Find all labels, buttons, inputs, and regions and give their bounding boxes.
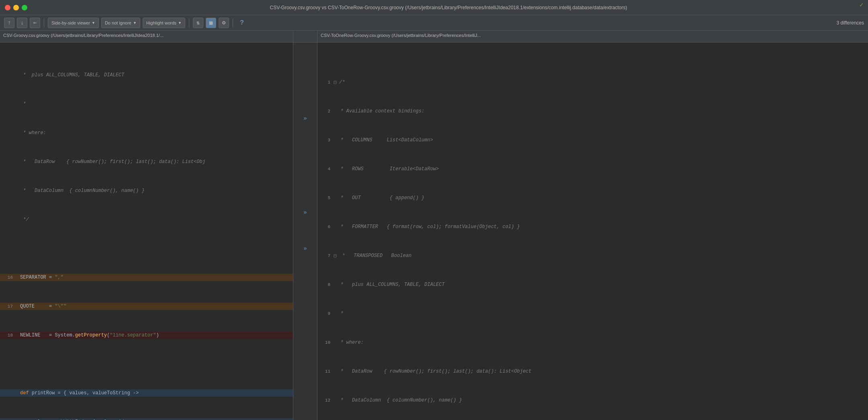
table-row: 10 * where: <box>317 339 868 346</box>
center-gutter: » » » <box>293 43 317 420</box>
diff-count: 3 differences <box>837 20 864 26</box>
separator-1 <box>44 18 44 27</box>
gutter-line <box>293 122 317 129</box>
gutter-line: » <box>293 209 317 216</box>
table-row: * DataRow { rowNumber(); first(); last()… <box>0 158 293 165</box>
gutter-line <box>293 173 317 180</box>
gutter-line <box>293 187 317 194</box>
chevron-down-icon: ▼ <box>92 21 95 25</box>
table-row: 5 * OUT { append() } <box>317 194 868 202</box>
table-row: * plus ALL_COLUMNS, TABLE, DIALECT <box>0 71 293 79</box>
gutter-line <box>293 238 317 245</box>
gutter-line <box>293 144 317 151</box>
gutter-line <box>293 180 317 187</box>
table-row: * DataColumn { columnNumber(), name() } <box>0 187 293 194</box>
table-row: def printRow = { values, valueToString -… <box>0 389 293 397</box>
table-row: 18 NEWLINE = System.getProperty("line.se… <box>0 332 293 339</box>
table-row: 4 * ROWS Iterable<DataRow> <box>317 165 868 173</box>
gutter-line <box>293 230 317 238</box>
help-button[interactable]: ? <box>237 18 247 28</box>
diff-container: CSV-Groovy.csv.groovy (/Users/jetbrains/… <box>0 31 868 420</box>
maximize-button[interactable] <box>22 5 27 10</box>
right-code: 1 ▾ /* 2 * Available context bindings: 3… <box>317 43 868 420</box>
viewer-mode-button[interactable]: Side-by-side viewer ▼ <box>48 18 99 28</box>
fold-icon[interactable]: ▾ <box>334 81 337 84</box>
ignore-button[interactable]: Do not ignore ▼ <box>101 18 140 28</box>
gutter-line <box>293 259 317 267</box>
left-code: * plus ALL_COLUMNS, TABLE, DIALECT * * w… <box>0 43 293 420</box>
gutter-line: » <box>293 115 317 122</box>
table-row: 11 * DataRow { rowNumber(); first(); las… <box>317 368 868 375</box>
file-headers: CSV-Groovy.csv.groovy (/Users/jetbrains/… <box>0 31 868 43</box>
table-row: */ <box>0 216 293 223</box>
viewer-mode-label: Side-by-side viewer <box>51 20 90 25</box>
gutter-line: » <box>293 245 317 252</box>
gutter-line <box>293 86 317 93</box>
gutter-line <box>293 93 317 100</box>
back-button[interactable]: ⇐ <box>30 18 40 28</box>
highlight-button[interactable]: Highlight words ▼ <box>143 18 185 28</box>
table-row: 17 QUOTE = "\"" <box>0 303 293 310</box>
settings-button[interactable]: ⚙ <box>219 18 229 28</box>
toolbar: ↑ ↓ ⇐ Side-by-side viewer ▼ Do not ignor… <box>0 15 868 31</box>
table-row: 8 * plus ALL_COLUMNS, TABLE, DIALECT <box>317 281 868 288</box>
chevron-down-icon-3: ▼ <box>178 21 182 25</box>
gutter-line <box>293 165 317 173</box>
traffic-lights <box>5 5 27 10</box>
table-row: * where: <box>0 129 293 137</box>
table-row: 6 * FORMATTER { format(row, col); format… <box>317 223 868 230</box>
gutter-line <box>293 71 317 79</box>
window-title: CSV-Groovy.csv.groovy vs CSV-ToOneRow-Gr… <box>34 5 863 10</box>
table-row: 1 ▾ /* <box>317 79 868 86</box>
separator-2 <box>189 18 189 27</box>
gutter-line <box>293 137 317 144</box>
gutter-line <box>293 151 317 158</box>
separator-3 <box>233 18 233 27</box>
table-row: 9 * <box>317 310 868 317</box>
gutter-line <box>293 194 317 202</box>
gutter-line <box>293 43 317 50</box>
right-panel[interactable]: 1 ▾ /* 2 * Available context bindings: 3… <box>317 43 868 420</box>
fold-icon-2[interactable]: ▾ <box>334 254 337 257</box>
left-file-header: CSV-Groovy.csv.groovy (/Users/jetbrains/… <box>0 31 293 42</box>
table-row: 3 * COLUMNS List<DataColumn> <box>317 137 868 144</box>
table-row: 7 ▾ * TRANSPOSED Boolean <box>317 252 868 259</box>
diff-main: * plus ALL_COLUMNS, TABLE, DIALECT * * w… <box>0 43 868 420</box>
minimize-button[interactable] <box>13 5 19 10</box>
ignore-label: Do not ignore <box>105 20 131 25</box>
gutter-line <box>293 223 317 230</box>
gutter-line <box>293 50 317 57</box>
table-row: 16 SEPARATOR = "," <box>0 274 293 281</box>
gutter-line <box>293 100 317 108</box>
left-panel[interactable]: * plus ALL_COLUMNS, TABLE, DIALECT * * w… <box>0 43 293 420</box>
table-row <box>0 361 293 368</box>
gutter-line <box>293 64 317 71</box>
table-row: values.eachWithIndex { value, idx -> <box>0 418 293 420</box>
side-by-side-button[interactable]: ▦ <box>206 18 216 28</box>
table-row: 12 * DataColumn { columnNumber(), name()… <box>317 397 868 404</box>
gutter-header <box>293 31 317 42</box>
prev-diff-button[interactable]: ↑ <box>4 18 14 28</box>
gutter-line <box>293 79 317 86</box>
gutter-line <box>293 57 317 64</box>
right-file-header: CSV-ToOneRow-Groovy.csv.groovy (/Users/j… <box>317 31 868 42</box>
table-row: * <box>0 100 293 108</box>
table-row: 2 * Available context bindings: <box>317 108 868 115</box>
next-diff-button[interactable]: ↓ <box>17 18 27 28</box>
highlight-label: Highlight words <box>146 20 176 25</box>
gutter-line <box>293 108 317 115</box>
gutter-line <box>293 129 317 137</box>
close-button[interactable] <box>5 5 10 10</box>
titlebar: CSV-Groovy.csv.groovy vs CSV-ToOneRow-Gr… <box>0 0 868 15</box>
gutter-line <box>293 252 317 259</box>
gutter-line <box>293 216 317 223</box>
gutter-line <box>293 202 317 209</box>
chevron-down-icon-2: ▼ <box>133 21 137 25</box>
table-row <box>0 245 293 252</box>
gutter-line <box>293 158 317 165</box>
sync-scroll-button[interactable]: ⇅ <box>193 18 203 28</box>
